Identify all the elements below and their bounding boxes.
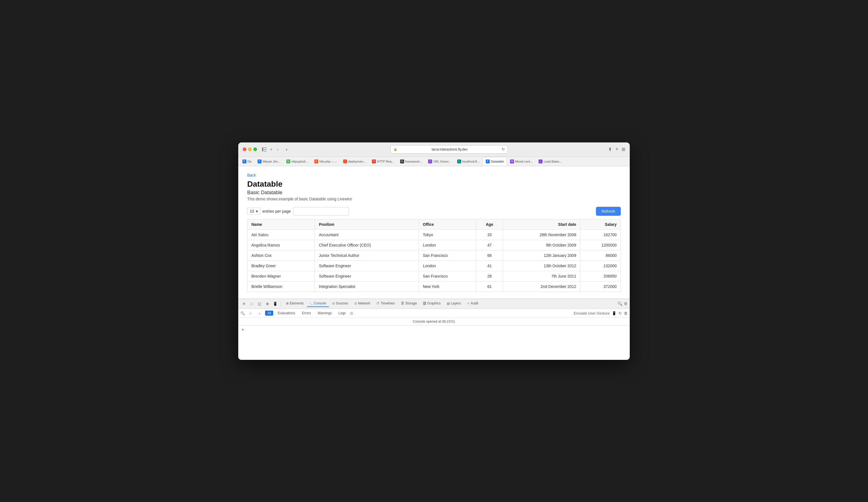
sidebar-toggle-button[interactable] bbox=[260, 147, 268, 152]
address-bar[interactable]: 🔒 larva-interactions.fly.dev ↻ bbox=[390, 145, 508, 154]
devtools-close-button[interactable]: ✕ bbox=[240, 300, 247, 307]
devtools-browse-button[interactable]: □ bbox=[248, 300, 255, 307]
tab-label-3: nitipuplod/... bbox=[291, 160, 308, 163]
devtools-tab-console[interactable]: ›_ Console bbox=[307, 300, 329, 307]
browser-tab-11[interactable]: M Mixed cont... bbox=[507, 157, 536, 165]
reload-icon[interactable]: ↻ bbox=[502, 147, 505, 151]
console-input-row: > bbox=[238, 325, 630, 333]
console-input[interactable] bbox=[246, 328, 627, 332]
devtools-toolbar: ✕ □ ◱ ⊕ 📱 ⊞ Elements ›_ Console ⊙ Source… bbox=[238, 299, 630, 309]
devtools-inspect-button[interactable]: ⊕ bbox=[264, 300, 271, 307]
tab-label-10: Datatable bbox=[491, 160, 504, 163]
browser-tab-12[interactable]: L Load Balan... bbox=[536, 157, 565, 165]
back-link[interactable]: Back bbox=[247, 173, 256, 178]
table-row: Ashton Cox Junior Technical Author San F… bbox=[247, 250, 621, 261]
browser-tab-8[interactable]: U URL Gener... bbox=[425, 157, 454, 165]
layers-icon: ▤ bbox=[447, 302, 450, 305]
browser-tab-3[interactable]: N nitipuplod/... bbox=[283, 157, 311, 165]
refresh-button[interactable]: Refresh bbox=[596, 207, 621, 216]
browser-tab-10[interactable]: F Datatable bbox=[483, 157, 507, 165]
console-next-button[interactable]: › bbox=[256, 310, 263, 317]
col-header-salary: Salary bbox=[580, 219, 621, 230]
filter-logs-button[interactable]: Logs bbox=[336, 311, 348, 315]
devtools-tab-graphics[interactable]: 🖼 Graphics bbox=[420, 300, 444, 307]
cell-name-0: Airi Satou bbox=[247, 230, 315, 240]
lock-icon: 🔒 bbox=[393, 148, 397, 151]
devtools-tab-network-label: Network bbox=[358, 301, 370, 305]
title-bar: ▾ ‹ › 🔒 larva-interactions.fly.dev ↻ ⬆ +… bbox=[238, 142, 630, 157]
browser-tab-5[interactable]: 🚀 deploymen... bbox=[340, 157, 369, 165]
close-button[interactable] bbox=[243, 148, 246, 151]
devtools-tab-sources[interactable]: ⊙ Sources bbox=[329, 300, 351, 307]
address-bar-container: 🔒 larva-interactions.fly.dev ↻ bbox=[293, 145, 605, 154]
table-header: Name Position Office Age Start date Sala… bbox=[247, 219, 621, 230]
cell-office-2: San Francisco bbox=[418, 250, 476, 261]
console-prev-button[interactable]: ‹ bbox=[247, 310, 254, 317]
tab-label-8: URL Gener... bbox=[433, 160, 451, 163]
tab-label-5: deploymen... bbox=[348, 160, 366, 163]
title-bar-actions: ⬆ + ⊞ bbox=[608, 146, 625, 152]
filter-evaluations-button[interactable]: Evaluations bbox=[276, 311, 297, 315]
share-icon[interactable]: ⬆ bbox=[608, 147, 612, 152]
filter-all-button[interactable]: All bbox=[265, 311, 273, 315]
cell-position-4: Software Engineer bbox=[315, 271, 419, 281]
cell-salary-5: 372000 bbox=[580, 281, 621, 292]
cell-startdate-1: 9th October 2009 bbox=[503, 240, 580, 250]
filter-errors-button[interactable]: Errors bbox=[299, 311, 313, 315]
maximize-button[interactable] bbox=[254, 148, 257, 151]
entries-per-page-select[interactable]: 10 ▾ bbox=[247, 208, 260, 215]
svg-rect-3 bbox=[264, 151, 267, 151]
network-icon: ⊙ bbox=[354, 302, 357, 305]
devtools-mobile-button[interactable]: 📱 bbox=[272, 300, 279, 307]
browser-tab-2[interactable]: F Wayan Jim... bbox=[255, 157, 283, 165]
table-row: Brielle Williamson Integration Specialis… bbox=[247, 281, 621, 292]
elements-icon: ⊞ bbox=[286, 302, 289, 305]
new-tab-icon[interactable]: + bbox=[615, 146, 618, 152]
cell-name-1: Angelica Ramos bbox=[247, 240, 315, 250]
emulate-gesture-icon[interactable]: 📱 bbox=[612, 311, 616, 315]
cell-office-1: London bbox=[418, 240, 476, 250]
browser-tab-1[interactable]: F Da bbox=[239, 157, 255, 165]
devtools-select-button[interactable]: ◱ bbox=[256, 300, 263, 307]
minimize-button[interactable] bbox=[248, 148, 252, 151]
tab-favicon-7: G bbox=[400, 160, 404, 163]
cell-age-3: 41 bbox=[476, 261, 503, 271]
split-view-icon[interactable]: ⊞ bbox=[622, 147, 625, 152]
filter-warnings-button[interactable]: Warnings bbox=[316, 311, 334, 315]
cell-office-5: New York bbox=[418, 281, 476, 292]
devtools-settings-icon[interactable]: ⚙ bbox=[624, 301, 628, 306]
devtools-tab-audit[interactable]: ✓ Audit bbox=[464, 300, 481, 307]
devtools-panel: ✕ □ ◱ ⊕ 📱 ⊞ Elements ›_ Console ⊙ Source… bbox=[238, 299, 630, 360]
devtools-tab-storage-label: Storage bbox=[405, 301, 417, 305]
browser-tab-7[interactable]: G framework... bbox=[397, 157, 425, 165]
search-input[interactable] bbox=[293, 207, 349, 215]
col-header-name: Name bbox=[247, 219, 315, 230]
svg-rect-0 bbox=[262, 148, 264, 151]
devtools-tabs: ⊞ Elements ›_ Console ⊙ Sources ⊙ Networ… bbox=[283, 300, 616, 307]
cell-salary-1: 1200000 bbox=[580, 240, 621, 250]
browser-tab-4[interactable]: V Vite.php —... bbox=[311, 157, 340, 165]
cell-name-3: Bradley Greer bbox=[247, 261, 315, 271]
devtools-tab-elements[interactable]: ⊞ Elements bbox=[283, 300, 307, 307]
sidebar-chevron-icon[interactable]: ▾ bbox=[270, 148, 272, 151]
entries-control: 10 ▾ entries per page bbox=[247, 207, 349, 215]
console-refresh-icon[interactable]: ↻ bbox=[619, 311, 622, 315]
browser-tab-6[interactable]: H HTTP Req... bbox=[369, 157, 397, 165]
back-navigation-button[interactable]: ‹ bbox=[274, 146, 281, 153]
browser-tab-9[interactable]: L localhost:8... bbox=[454, 157, 483, 165]
console-clear-icon[interactable]: 🗑 bbox=[624, 311, 628, 315]
forward-navigation-button[interactable]: › bbox=[283, 146, 290, 153]
devtools-tab-layers[interactable]: ▤ Layers bbox=[444, 300, 464, 307]
table-controls: 10 ▾ entries per page Refresh bbox=[247, 207, 621, 216]
page-description: This demo shows example of basic Datatab… bbox=[247, 197, 621, 201]
cell-startdate-5: 2nd December 2012 bbox=[503, 281, 580, 292]
entries-value: 10 bbox=[250, 209, 254, 213]
devtools-tab-storage[interactable]: 🗄 Storage bbox=[398, 300, 420, 307]
cell-salary-3: 132000 bbox=[580, 261, 621, 271]
devtools-search-icon[interactable]: 🔍 bbox=[618, 301, 622, 306]
console-options-icon[interactable]: ⊙ bbox=[350, 311, 353, 315]
console-opened-message: Console opened at 08:19:51 bbox=[238, 318, 630, 325]
devtools-tab-timelines[interactable]: ⏱ Timelines bbox=[374, 300, 397, 307]
tab-label-11: Mixed cont... bbox=[515, 160, 533, 163]
devtools-tab-network[interactable]: ⊙ Network bbox=[352, 300, 373, 307]
